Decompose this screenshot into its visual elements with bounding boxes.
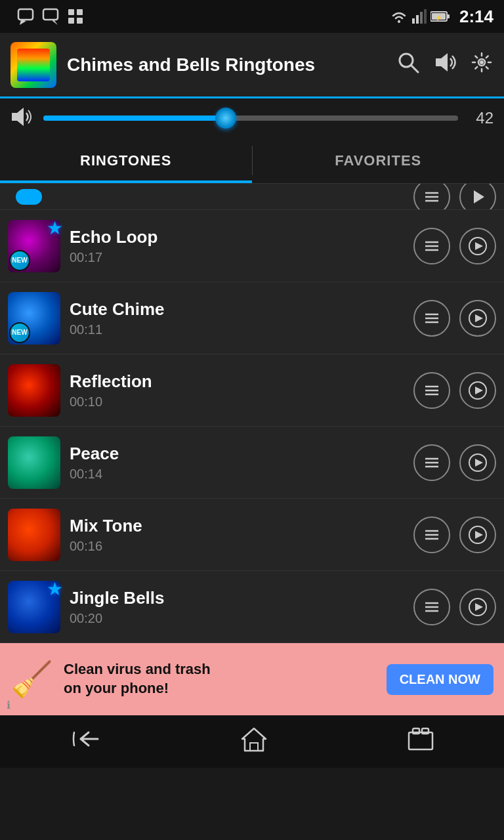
jingle-bells-play-button[interactable] [459,589,496,625]
volume-bar: 42 [0,98,504,138]
ringtone-name: Mix Tone [70,516,404,536]
menu-icon [423,598,441,616]
tab-favorites[interactable]: FAVORITES [253,138,505,183]
header-actions [396,51,494,79]
thumbnail-echo-loop: NEW ★ [8,220,60,272]
svg-rect-60 [422,728,429,734]
ad-text: Clean virus and trash on your phone! [64,660,376,698]
peace-play-button[interactable] [459,444,496,481]
recents-button[interactable] [387,721,455,763]
svg-text:⚡: ⚡ [434,14,442,22]
favorite-star: ★ [47,217,63,239]
reflection-play-button[interactable] [459,372,496,409]
list-item[interactable]: NEW Cute Chime 00:11 [0,282,504,354]
ringtone-list: NEW ★ Echo Loop 00:17 NEW [0,210,504,643]
new-badge: NEW [9,322,30,343]
menu-icon [423,309,441,327]
partial-menu-button[interactable] [413,184,450,210]
play-icon [469,453,487,472]
ringtone-duration: 00:20 [70,611,404,626]
app-logo [10,42,56,88]
svg-marker-51 [475,531,483,539]
svg-rect-10 [416,15,419,24]
svg-rect-2 [43,9,58,20]
svg-marker-56 [475,603,483,611]
notification-icons [17,8,84,25]
ringtone-info-peace: Peace 00:14 [70,444,404,482]
back-button[interactable] [49,721,121,763]
play-icon [469,381,487,400]
ringtone-duration: 00:17 [70,250,404,265]
ringtone-duration: 00:11 [70,322,404,337]
play-icon [469,237,487,255]
volume-slider-fill [43,116,226,121]
play-icon [469,309,487,327]
volume-icon [433,51,457,74]
svg-marker-41 [475,387,483,394]
svg-rect-58 [409,732,432,749]
app-logo-image [17,49,50,81]
status-bar: ⚡ 2:14 [0,0,504,33]
volume-value: 42 [467,109,494,127]
volume-button[interactable] [433,51,457,79]
app-header: Chimes and Bells Ringtones [0,33,504,98]
status-time: 2:14 [459,7,494,27]
tab-ringtones[interactable]: RINGTONES [0,138,252,183]
ringtone-info-jingle-bells: Jingle Bells 00:20 [70,588,404,626]
recents-icon [406,727,435,751]
list-item[interactable]: Mix Tone 00:16 [0,499,504,571]
wifi-icon [390,9,408,24]
svg-rect-5 [77,9,83,15]
volume-slider[interactable] [43,116,458,121]
ringtone-duration: 00:16 [70,539,404,554]
svg-rect-57 [250,743,258,751]
echo-loop-play-button[interactable] [459,228,496,264]
home-button[interactable] [220,719,288,764]
chat-bubble-1-icon [17,8,37,25]
reflection-menu-button[interactable] [413,372,450,409]
cute-chime-play-button[interactable] [459,300,496,337]
battery-icon: ⚡ [430,10,450,22]
svg-rect-11 [420,12,423,24]
partial-item [0,184,504,210]
svg-marker-26 [474,190,484,203]
settings-icon [470,51,494,74]
ad-clean-button[interactable]: CLEAN NOW [387,664,494,695]
list-item[interactable]: NEW ★ Echo Loop 00:17 [0,210,504,282]
jingle-bells-menu-button[interactable] [413,589,450,625]
ringtone-name: Reflection [70,371,404,392]
list-item[interactable]: Peace 00:14 [0,427,504,499]
mix-tone-play-button[interactable] [459,516,496,553]
chat-bubble-2-icon [42,8,62,25]
settings-button[interactable] [470,51,494,79]
thumbnail-reflection [8,364,60,417]
svg-rect-4 [68,9,74,15]
play-icon [469,598,487,616]
svg-rect-6 [68,18,74,24]
svg-rect-0 [18,9,33,20]
menu-icon [423,381,441,400]
home-icon [240,726,268,752]
ringtone-info-mix-tone: Mix Tone 00:16 [70,516,404,554]
partial-play-button[interactable] [459,184,496,210]
list-item[interactable]: ★ Jingle Bells 00:20 [0,571,504,643]
search-icon [396,51,420,74]
partial-play-indicator [16,189,42,205]
echo-loop-menu-button[interactable] [413,228,450,264]
volume-slider-thumb[interactable] [215,108,236,129]
peace-menu-button[interactable] [413,444,450,481]
list-item[interactable]: Reflection 00:10 [0,354,504,427]
mix-tone-menu-button[interactable] [413,516,450,553]
menu-icon [423,453,441,472]
app-title: Chimes and Bells Ringtones [67,54,386,76]
tabs-container: RINGTONES FAVORITES [0,138,504,184]
ringtone-name: Jingle Bells [70,588,404,608]
ringtone-info-cute-chime: Cute Chime 00:11 [70,299,404,337]
svg-marker-19 [436,53,448,72]
menu-icon [423,237,441,255]
ringtone-name: Cute Chime [70,299,404,320]
thumbnail-cute-chime: NEW [8,292,60,345]
search-button[interactable] [396,51,420,79]
cute-chime-menu-button[interactable] [413,300,450,337]
thumbnail-peace [8,436,60,489]
